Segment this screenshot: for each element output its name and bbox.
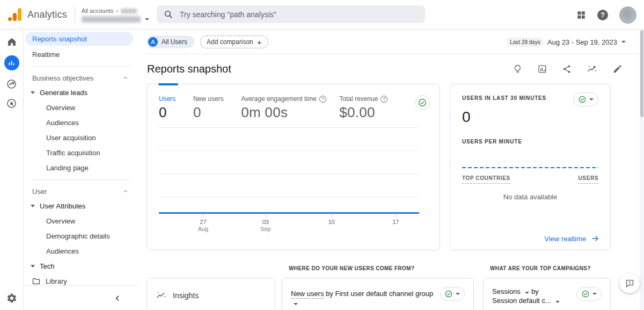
sidebar-item-ua-overview[interactable]: Overview bbox=[24, 213, 138, 228]
segment-a-badge: A bbox=[148, 37, 158, 47]
metric-new-users-tab[interactable]: New users 0 bbox=[193, 95, 241, 121]
explore-icon[interactable] bbox=[6, 78, 17, 90]
x-axis-label: 17 bbox=[384, 219, 407, 226]
customize-report-button[interactable] bbox=[537, 64, 547, 74]
sidebar-divider bbox=[32, 179, 130, 180]
metric-users-tab[interactable]: Users 0 bbox=[159, 95, 193, 121]
share-button[interactable] bbox=[562, 64, 572, 74]
section-user[interactable]: User bbox=[24, 184, 138, 198]
insights-card[interactable]: Insights bbox=[147, 278, 275, 310]
users-per-minute-bars bbox=[462, 167, 598, 168]
date-preset-badge: Last 28 days bbox=[507, 38, 543, 47]
chevron-down-icon bbox=[589, 98, 594, 100]
add-comparison-button[interactable]: Add comparison + bbox=[200, 35, 268, 48]
sidebar-item-landing-page[interactable]: Landing page bbox=[24, 160, 138, 175]
users-line-chart[interactable]: 27Aug 03Sep 10 17 bbox=[159, 127, 419, 235]
reports-nav-icon-active[interactable] bbox=[4, 55, 19, 70]
group-user-attributes[interactable]: User Attributes bbox=[24, 198, 138, 213]
metric-total-revenue-tab[interactable]: Total revenue? $0.00 bbox=[339, 95, 415, 121]
redacted-account-name bbox=[121, 9, 137, 13]
users-per-minute-label: USERS PER MINUTE bbox=[462, 139, 598, 145]
account-switcher[interactable]: All accounts › bbox=[82, 6, 149, 23]
sidebar-collapse-bar bbox=[24, 285, 138, 310]
insights-label: Insights bbox=[173, 291, 199, 300]
data-quality-button[interactable] bbox=[415, 95, 430, 110]
feedback-bubble-icon bbox=[625, 278, 635, 289]
sidebar-divider bbox=[32, 66, 130, 67]
all-users-chip[interactable]: A All Users bbox=[147, 35, 194, 48]
edit-report-button[interactable] bbox=[612, 64, 623, 74]
pencil-icon bbox=[612, 64, 623, 74]
gear-icon bbox=[6, 293, 17, 304]
check-circle-icon bbox=[444, 290, 453, 298]
report-edit-icon bbox=[537, 64, 547, 74]
date-range-picker[interactable]: Last 28 days Aug 23 - Sep 19, 2023 bbox=[507, 38, 626, 47]
campaigns-data-quality-dropdown[interactable] bbox=[576, 287, 602, 301]
realtime-data-quality-dropdown[interactable] bbox=[573, 92, 598, 106]
advertising-icon[interactable] bbox=[6, 98, 17, 109]
expand-triangle-icon bbox=[31, 265, 35, 268]
feedback-button[interactable] bbox=[619, 273, 640, 293]
x-axis-label: 03Sep bbox=[254, 219, 277, 233]
analytics-logo-icon bbox=[8, 8, 21, 21]
vertical-scrollbar[interactable] bbox=[640, 30, 644, 310]
users-column-header: USERS bbox=[579, 175, 598, 184]
section-business-objectives[interactable]: Business objectives bbox=[24, 71, 138, 85]
help-icon[interactable]: ? bbox=[597, 10, 608, 20]
expand-triangle-icon bbox=[31, 205, 35, 207]
new-users-dimension-picker[interactable]: New users by First user default channel … bbox=[291, 287, 440, 307]
x-axis-tick bbox=[203, 214, 203, 217]
view-realtime-link[interactable]: View realtime bbox=[544, 234, 599, 243]
avatar[interactable] bbox=[619, 6, 636, 24]
bar-chart-icon bbox=[8, 59, 16, 67]
help-question-icon[interactable]: ? bbox=[319, 96, 326, 103]
chart-gridline bbox=[159, 174, 419, 174]
date-range-text: Aug 23 - Sep 19, 2023 bbox=[547, 38, 617, 46]
sidebar-item-gl-audiences[interactable]: Audiences bbox=[24, 115, 138, 130]
sidebar-item-demographic-details[interactable]: Demographic details bbox=[24, 228, 138, 243]
overview-metrics-card: Users 0 New users 0 Average engagement t… bbox=[147, 84, 440, 250]
check-circle-icon bbox=[418, 98, 427, 107]
sidebar-item-user-acquisition[interactable]: User acquisition bbox=[24, 130, 138, 145]
insights-sparkline-button[interactable] bbox=[587, 63, 598, 75]
help-question-icon[interactable]: ? bbox=[380, 96, 387, 103]
sidebar-item-gl-overview[interactable]: Overview bbox=[24, 100, 138, 115]
new-users-section-header: WHERE DO YOUR NEW USERS COME FROM? bbox=[282, 265, 474, 275]
admin-gear-button[interactable] bbox=[0, 293, 24, 304]
chevron-down-icon bbox=[555, 301, 560, 303]
sidebar-item-traffic-acquisition[interactable]: Traffic acquisition bbox=[24, 145, 138, 160]
insights-lightbulb-button[interactable] bbox=[513, 64, 523, 74]
page-title: Reports snapshot bbox=[147, 63, 231, 75]
chevron-down-icon bbox=[621, 41, 626, 43]
sidebar-item-reports-snapshot[interactable]: Reports snapshot bbox=[25, 32, 133, 46]
arrow-right-icon bbox=[591, 234, 599, 243]
analytics-logo[interactable]: Analytics bbox=[0, 8, 67, 21]
x-axis-label: 27Aug bbox=[191, 219, 215, 233]
x-axis-tick bbox=[332, 214, 332, 217]
home-icon[interactable] bbox=[6, 37, 17, 47]
spacer bbox=[147, 265, 275, 275]
sidebar-item-ua-audiences[interactable]: Audiences bbox=[24, 243, 138, 258]
breadcrumb: All accounts bbox=[82, 8, 113, 14]
group-tech[interactable]: Tech bbox=[24, 258, 138, 273]
x-axis-tick bbox=[396, 214, 396, 217]
x-axis-label: 10 bbox=[320, 219, 343, 226]
sidebar-item-realtime[interactable]: Realtime bbox=[24, 47, 138, 62]
realtime-card-title: USERS IN LAST 30 MINUTES bbox=[462, 95, 546, 101]
chart-gridline bbox=[159, 150, 419, 151]
insights-sparkline-icon bbox=[156, 290, 167, 301]
scrollbar-thumb[interactable] bbox=[640, 30, 643, 117]
search-input[interactable] bbox=[180, 10, 418, 19]
chevron-down-icon bbox=[456, 293, 460, 295]
group-generate-leads[interactable]: Generate leads bbox=[24, 85, 138, 100]
new-users-data-quality-dropdown[interactable] bbox=[440, 287, 465, 301]
global-search[interactable] bbox=[157, 5, 425, 23]
apps-grid-icon[interactable] bbox=[576, 10, 586, 20]
top-app-bar: Analytics All accounts › ? bbox=[0, 0, 644, 30]
collapse-left-icon[interactable] bbox=[114, 294, 121, 302]
metric-avg-engagement-tab[interactable]: Average engagement time? 0m 00s bbox=[241, 95, 339, 121]
users-series-line bbox=[159, 212, 419, 214]
top-countries-header: TOP COUNTRIES bbox=[462, 175, 510, 184]
chevron-down-icon bbox=[525, 292, 529, 294]
campaigns-dimension-picker[interactable]: Sessions by Session default c... bbox=[492, 287, 560, 305]
